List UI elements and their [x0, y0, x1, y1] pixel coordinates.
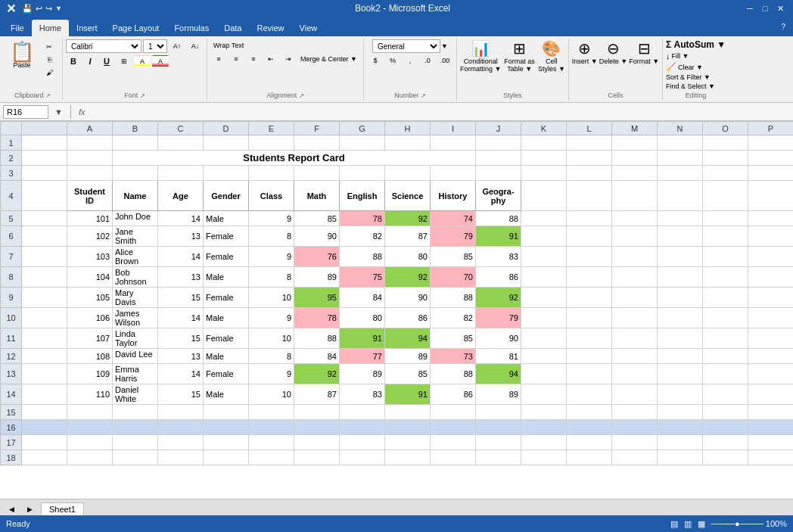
- zoom-slider[interactable]: ────●──── 100%: [711, 519, 787, 528]
- table-cell[interactable]: 80: [340, 308, 385, 328]
- wrap-text-button[interactable]: Wrap Text: [210, 39, 247, 51]
- table-cell[interactable]: [22, 364, 67, 384]
- table-cell[interactable]: 89: [476, 384, 521, 405]
- table-cell[interactable]: 73: [431, 349, 476, 364]
- table-cell[interactable]: [249, 450, 294, 465]
- table-cell[interactable]: [431, 166, 476, 181]
- table-cell[interactable]: [521, 166, 567, 181]
- table-cell[interactable]: [703, 211, 748, 226]
- table-cell[interactable]: [658, 384, 703, 405]
- table-cell[interactable]: [22, 181, 67, 211]
- quick-access-save[interactable]: 💾: [22, 4, 33, 14]
- increase-indent-button[interactable]: ⇥: [280, 53, 297, 65]
- table-cell[interactable]: 80: [385, 247, 431, 267]
- row-header[interactable]: 17: [1, 435, 22, 450]
- table-cell[interactable]: [340, 435, 385, 450]
- tab-page-layout[interactable]: Page Layout: [105, 20, 167, 36]
- table-cell[interactable]: 88: [340, 247, 385, 267]
- table-cell[interactable]: 79: [476, 308, 521, 328]
- table-cell[interactable]: [158, 166, 204, 181]
- underline-button[interactable]: U: [99, 54, 114, 68]
- table-cell[interactable]: [521, 364, 567, 384]
- table-cell[interactable]: [748, 308, 794, 328]
- table-cell[interactable]: [385, 135, 431, 151]
- tab-formulas[interactable]: Formulas: [166, 20, 216, 36]
- table-cell[interactable]: [567, 364, 612, 384]
- normal-view-button[interactable]: ▤: [670, 519, 678, 529]
- table-cell[interactable]: [567, 211, 612, 226]
- table-cell[interactable]: 78: [340, 211, 385, 226]
- table-cell[interactable]: [658, 151, 703, 166]
- table-cell[interactable]: [748, 226, 794, 247]
- table-cell[interactable]: [476, 151, 521, 166]
- table-cell[interactable]: [612, 420, 658, 435]
- table-cell[interactable]: [476, 420, 521, 435]
- table-cell[interactable]: [158, 420, 204, 435]
- table-cell[interactable]: [521, 308, 567, 328]
- table-cell[interactable]: [521, 267, 567, 288]
- table-cell[interactable]: [612, 364, 658, 384]
- col-header-D[interactable]: D: [204, 122, 249, 135]
- table-cell[interactable]: [567, 450, 612, 465]
- table-cell[interactable]: [658, 181, 703, 211]
- table-cell[interactable]: Female: [204, 226, 249, 247]
- table-cell[interactable]: [340, 450, 385, 465]
- table-cell[interactable]: [703, 435, 748, 450]
- table-cell[interactable]: [204, 450, 249, 465]
- table-cell[interactable]: [748, 288, 794, 308]
- quick-access-undo[interactable]: ↩: [36, 4, 42, 14]
- table-cell[interactable]: [567, 328, 612, 349]
- table-cell[interactable]: 75: [340, 267, 385, 288]
- table-cell[interactable]: [612, 384, 658, 405]
- bold-button[interactable]: B: [66, 54, 81, 68]
- table-cell[interactable]: [658, 328, 703, 349]
- table-cell[interactable]: [658, 420, 703, 435]
- table-cell[interactable]: Female: [204, 288, 249, 308]
- table-cell[interactable]: [476, 450, 521, 465]
- table-cell[interactable]: 85: [431, 247, 476, 267]
- table-cell[interactable]: [385, 435, 431, 450]
- table-cell[interactable]: 92: [385, 211, 431, 226]
- col-header-N[interactable]: N: [658, 122, 703, 135]
- table-cell[interactable]: [22, 267, 67, 288]
- col-header-A[interactable]: A: [67, 122, 113, 135]
- table-cell[interactable]: 83: [340, 384, 385, 405]
- table-cell[interactable]: [658, 405, 703, 420]
- table-cell[interactable]: [113, 405, 158, 420]
- col-header-P[interactable]: P: [748, 122, 794, 135]
- table-cell[interactable]: 94: [476, 364, 521, 384]
- table-cell[interactable]: [658, 450, 703, 465]
- table-cell[interactable]: [748, 405, 794, 420]
- table-cell[interactable]: [294, 450, 340, 465]
- col-header-rownum[interactable]: [22, 122, 67, 135]
- table-cell[interactable]: 101: [67, 211, 113, 226]
- table-cell[interactable]: 81: [476, 349, 521, 364]
- table-cell[interactable]: [521, 384, 567, 405]
- tab-insert[interactable]: Insert: [69, 20, 105, 36]
- table-cell[interactable]: [113, 135, 158, 151]
- table-cell[interactable]: [612, 135, 658, 151]
- table-cell[interactable]: [567, 384, 612, 405]
- table-cell[interactable]: [703, 135, 748, 151]
- table-cell[interactable]: [658, 267, 703, 288]
- table-cell[interactable]: [204, 135, 249, 151]
- table-cell[interactable]: [703, 181, 748, 211]
- table-cell[interactable]: [612, 151, 658, 166]
- table-cell[interactable]: 10: [249, 288, 294, 308]
- table-cell[interactable]: [612, 405, 658, 420]
- table-cell[interactable]: 78: [294, 308, 340, 328]
- table-cell[interactable]: [612, 450, 658, 465]
- help-button[interactable]: ?: [776, 21, 790, 33]
- table-cell[interactable]: 87: [294, 384, 340, 405]
- table-cell[interactable]: [204, 420, 249, 435]
- page-layout-button[interactable]: ▥: [684, 519, 692, 529]
- table-cell[interactable]: 102: [67, 226, 113, 247]
- table-cell[interactable]: [22, 349, 67, 364]
- table-cell[interactable]: [567, 349, 612, 364]
- table-cell[interactable]: [703, 267, 748, 288]
- row-header[interactable]: 9: [1, 288, 22, 308]
- expand-name-box-button[interactable]: ▼: [54, 107, 63, 117]
- table-cell[interactable]: 14: [158, 211, 204, 226]
- table-cell[interactable]: [748, 450, 794, 465]
- table-cell[interactable]: [567, 405, 612, 420]
